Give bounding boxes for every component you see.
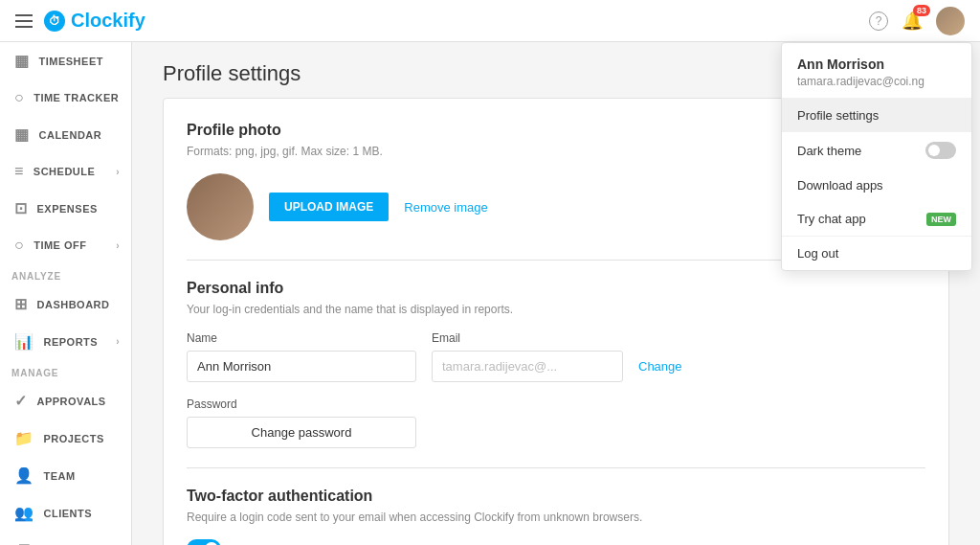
time-off-icon: ○ <box>14 237 24 254</box>
personal-info-desc: Your log-in credentials and the name tha… <box>187 303 925 316</box>
team-icon: 👤 <box>14 466 34 485</box>
app-logo[interactable]: Clockify <box>44 10 145 32</box>
topbar-right: ? 🔔 83 <box>869 7 965 35</box>
dropdown-user-email: tamara.radijevac@coi.ng <box>797 75 956 88</box>
manage-section-label: MANAGE <box>0 360 131 382</box>
name-field-group: Name <box>187 331 416 382</box>
remove-image-link[interactable]: Remove image <box>404 200 487 215</box>
sidebar-item-approvals[interactable]: ✓ APPROVALS <box>0 382 131 420</box>
personal-info-section: Personal info Your log-in credentials an… <box>187 280 925 448</box>
twofa-label: Enable 2FA <box>229 542 293 546</box>
name-email-row: Name Email Change <box>187 331 925 382</box>
name-label: Name <box>187 331 416 345</box>
sidebar-label-schedule: SCHEDULE <box>33 166 96 177</box>
email-field-group: Email Change <box>432 331 682 382</box>
dropdown-try-chat-app[interactable]: Try chat app NEW <box>782 202 971 236</box>
dark-theme-toggle[interactable] <box>925 142 956 159</box>
projects-icon: 📁 <box>14 429 34 447</box>
password-label: Password <box>187 397 925 411</box>
sidebar-label-calendar: CALENDAR <box>39 129 102 141</box>
help-button[interactable]: ? <box>869 11 888 31</box>
sidebar-item-timesheet[interactable]: ▦ TIMESHEET <box>0 42 131 79</box>
sidebar-label-time-off: TIME OFF <box>33 239 86 251</box>
chevron-right-icon-2: › <box>116 240 120 251</box>
dropdown-log-out[interactable]: Log out <box>782 237 971 270</box>
sidebar-label-team: TEAM <box>44 470 76 482</box>
hamburger-menu[interactable] <box>15 14 33 28</box>
sidebar-item-tags[interactable]: 🏷 TAGS <box>0 532 131 545</box>
avatar[interactable] <box>936 7 965 35</box>
dropdown-download-apps[interactable]: Download apps <box>782 169 971 202</box>
two-factor-section: Two-factor authentication Require a logi… <box>187 488 925 545</box>
sidebar-label-projects: PROJECTS <box>44 433 104 444</box>
notification-badge: 83 <box>913 5 930 16</box>
time-tracker-icon: ○ <box>14 89 24 106</box>
sidebar-item-projects[interactable]: 📁 PROJECTS <box>0 420 131 457</box>
twofa-toggle[interactable] <box>187 539 221 545</box>
dropdown-dark-theme[interactable]: Dark theme <box>782 132 971 169</box>
chevron-right-icon: › <box>116 167 120 177</box>
profile-avatar-image <box>187 173 254 240</box>
calendar-icon: ▦ <box>14 125 30 144</box>
sidebar-item-time-tracker[interactable]: ○ TIME TRACKER <box>0 79 131 116</box>
logo-icon <box>44 11 65 32</box>
new-badge: NEW <box>926 213 956 226</box>
sidebar-item-schedule[interactable]: ≡ SCHEDULE › <box>0 153 131 190</box>
two-factor-desc: Require a login code sent to your email … <box>187 511 925 524</box>
sidebar-label-timesheet: TIMESHEET <box>39 56 103 67</box>
sidebar-label-dashboard: DASHBOARD <box>37 299 110 310</box>
reports-icon: 📊 <box>14 332 34 351</box>
divider-2 <box>187 467 925 468</box>
sidebar-item-reports[interactable]: 📊 REPORTS › <box>0 323 131 360</box>
sidebar-item-calendar[interactable]: ▦ CALENDAR <box>0 116 131 153</box>
app-name: Clockify <box>71 10 145 32</box>
sidebar-label-reports: REPORTS <box>44 336 99 348</box>
dropdown-logout-label: Log out <box>797 246 838 261</box>
name-input[interactable] <box>187 351 416 382</box>
dashboard-icon: ⊞ <box>14 295 28 313</box>
dropdown-dark-theme-label: Dark theme <box>797 144 861 158</box>
schedule-icon: ≡ <box>14 163 24 180</box>
sidebar-label-clients: CLIENTS <box>44 508 93 519</box>
clients-icon: 👥 <box>14 504 34 522</box>
dropdown-chat-label: Try chat app <box>797 212 866 226</box>
dropdown-header: Ann Morrison tamara.radijevac@coi.ng <box>782 43 971 99</box>
dropdown-profile-label: Profile settings <box>797 108 879 123</box>
timesheet-icon: ▦ <box>14 52 30 70</box>
change-password-button[interactable]: Change password <box>187 417 416 448</box>
email-input[interactable] <box>432 351 623 382</box>
approvals-icon: ✓ <box>14 392 28 410</box>
sidebar-label-expenses: EXPENSES <box>37 203 98 215</box>
sidebar-label-time-tracker: TIME TRACKER <box>33 92 119 103</box>
dropdown-user-name: Ann Morrison <box>797 57 956 72</box>
personal-info-title: Personal info <box>187 280 925 297</box>
notification-button[interactable]: 🔔 83 <box>902 11 923 32</box>
password-field-group: Password Change password <box>187 397 925 448</box>
user-dropdown-menu: Ann Morrison tamara.radijevac@coi.ng Pro… <box>781 42 972 271</box>
toggle-slider <box>187 539 221 545</box>
twofa-toggle-row: Enable 2FA <box>187 539 925 545</box>
email-label: Email <box>432 331 682 345</box>
sidebar-label-approvals: APPROVALS <box>37 396 106 407</box>
two-factor-title: Two-factor authentication <box>187 488 925 505</box>
sidebar-item-clients[interactable]: 👥 CLIENTS <box>0 494 131 532</box>
dropdown-download-label: Download apps <box>797 178 883 193</box>
sidebar-item-expenses[interactable]: ⊡ EXPENSES <box>0 190 131 227</box>
sidebar-item-time-off[interactable]: ○ TIME OFF › <box>0 227 131 263</box>
chevron-right-icon-3: › <box>116 336 120 347</box>
tags-icon: 🏷 <box>14 541 31 545</box>
sidebar-item-team[interactable]: 👤 TEAM <box>0 457 131 494</box>
analyze-section-label: ANALYZE <box>0 263 131 285</box>
dark-theme-slider <box>925 142 956 159</box>
topbar: Clockify ? 🔔 83 <box>0 0 980 42</box>
upload-image-button[interactable]: UPLOAD IMAGE <box>269 193 389 221</box>
sidebar-item-dashboard[interactable]: ⊞ DASHBOARD <box>0 285 131 323</box>
expenses-icon: ⊡ <box>14 199 28 217</box>
dropdown-profile-settings[interactable]: Profile settings <box>782 99 971 132</box>
sidebar: ▦ TIMESHEET ○ TIME TRACKER ▦ CALENDAR ≡ … <box>0 42 132 545</box>
change-email-link[interactable]: Change <box>638 359 682 374</box>
topbar-left: Clockify <box>15 10 145 32</box>
